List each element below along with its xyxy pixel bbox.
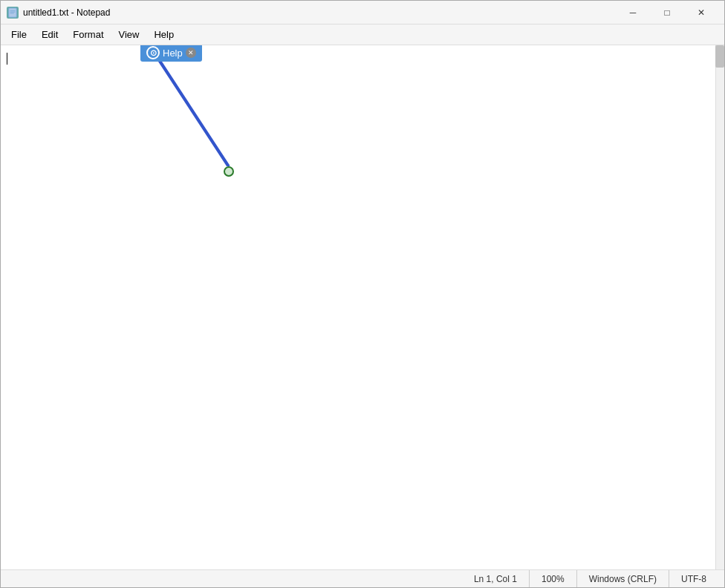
menu-view[interactable]: View [111,26,147,43]
status-position: Ln 1, Col 1 [462,570,530,587]
scrollbar-thumb[interactable] [715,45,724,68]
text-cursor [7,53,7,65]
maximize-button[interactable]: □ [650,1,684,24]
help-popup[interactable]: ⊙ Help ✕ [140,45,202,62]
menu-bar: File Edit Format View Help [1,24,724,45]
status-line-ending: Windows (CRLF) [577,570,669,587]
status-encoding: UTF-8 [669,570,718,587]
menu-help[interactable]: Help [146,26,181,43]
menu-format[interactable]: Format [65,26,111,43]
close-button[interactable]: ✕ [684,1,718,24]
menu-file[interactable]: File [4,26,34,43]
help-circle-icon: ⊙ [146,46,160,59]
menu-edit[interactable]: Edit [34,26,65,43]
drag-annotation [1,45,706,565]
window-title: untitled1.txt - Notepad [23,7,616,18]
help-popup-label: Help [163,48,183,59]
svg-rect-0 [9,7,17,16]
status-zoom: 100% [530,570,577,587]
svg-line-5 [155,54,227,166]
vertical-scrollbar[interactable] [715,45,724,569]
window-controls: ─ □ ✕ [616,1,718,24]
app-icon [7,7,19,19]
editor-area[interactable]: ⊙ Help ✕ [1,45,724,569]
editor-content[interactable] [1,45,724,569]
drag-target-dot [224,166,234,177]
status-bar: Ln 1, Col 1 100% Windows (CRLF) UTF-8 [1,569,724,587]
svg-line-4 [156,54,229,166]
title-bar: untitled1.txt - Notepad ─ □ ✕ [1,1,724,24]
help-close-button[interactable]: ✕ [186,48,196,58]
notepad-window: untitled1.txt - Notepad ─ □ ✕ File Edit … [0,0,725,588]
minimize-button[interactable]: ─ [616,1,650,24]
